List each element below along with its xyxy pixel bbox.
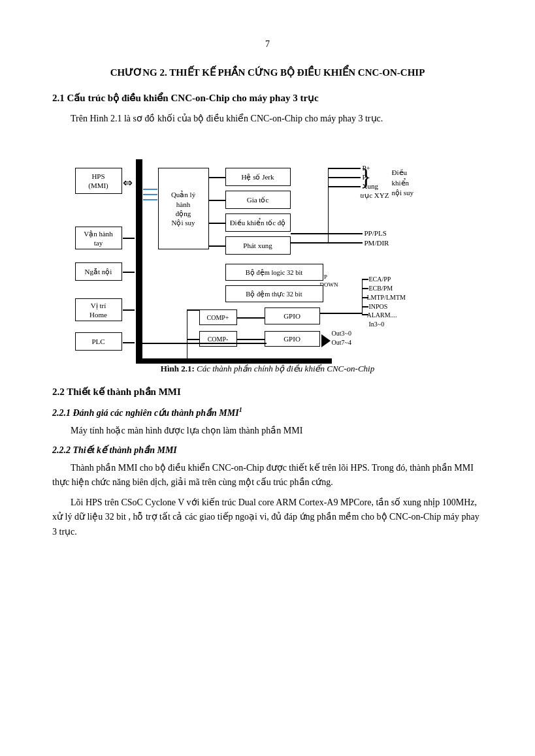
- inpos-label: INPOS: [369, 303, 388, 310]
- figure-2-1: HPS(MMI) ⇔ Vận hànhtay Ngắt nội Vị tríHo…: [52, 136, 483, 374]
- subsection-2-2-1-para: Máy tính hoặc màn hình được lựa chọn làm…: [52, 424, 483, 438]
- subsection-2-2-1-label: 2.2.1 Đánh giá các nghiên cứu thành phần…: [52, 408, 239, 418]
- figure-caption-text: Các thành phần chính bộ điều khiển CNC-o…: [195, 364, 374, 373]
- subsection-2-2-1-title: 2.2.1 Đánh giá các nghiên cứu thành phần…: [52, 406, 483, 418]
- page-number: 7: [52, 39, 483, 50]
- bo-dem-logic-box: Bộ đệm logic 32 bit: [225, 264, 323, 281]
- gia-toc-box: Gia tốc: [225, 191, 291, 209]
- main-vertical-bar: [136, 159, 142, 362]
- pm-dir-label: PM/DIR: [365, 239, 389, 247]
- arrow-pm-dir: [291, 242, 363, 244]
- plc-arrow: [123, 342, 135, 343]
- quan-ly-box: Quản lýhànhđộngNội suy: [158, 168, 209, 249]
- pp-pls-label: PP/PLS: [365, 229, 387, 237]
- subsection-2-2-2-title: 2.2.2 Thiết kế thành phần MMI: [52, 445, 483, 456]
- section-2-2-title: 2.2 Thiết kế thành phần MMI: [52, 385, 483, 400]
- line-to-gia-toc: [209, 200, 225, 201]
- xung-label: Xung: [363, 182, 378, 190]
- phat-xung-box: Phát xung: [225, 236, 291, 255]
- horiz-p-minus: [328, 177, 361, 178]
- eca-pp-label: ECA/PP: [369, 276, 391, 283]
- vi-tri-box: Vị tríHome: [75, 298, 122, 321]
- chapter-title: CHƯƠNG 2. THIẾT KẾ PHẦN CỨNG BỘ ĐIỀU KHI…: [52, 65, 483, 80]
- bo-dem-thuc-box: Bộ đệm thực 32 bit: [225, 285, 323, 302]
- lmtp-lmtm-label: LMTP/LMTM: [367, 294, 406, 301]
- hps-arrow: ⇔: [123, 177, 133, 189]
- ngat-noi-arrow: [123, 272, 135, 273]
- horiz-comp-minus-in: [187, 339, 199, 340]
- diagram: HPS(MMI) ⇔ Vận hànhtay Ngắt nội Vị tríHo…: [65, 136, 470, 358]
- para-mmi-1: Thành phần MMI cho bộ điều khiển CNC-on-…: [52, 461, 483, 490]
- bottom-main-arrow: [136, 343, 267, 344]
- alarm-label: ALARM....: [367, 311, 397, 319]
- p-minus-label: P-: [363, 173, 369, 181]
- section-2-1-para: Trên Hình 2.1 là sơ đồ khối của bộ điều …: [52, 112, 483, 126]
- figure-caption-label: Hình 2.1:: [161, 364, 195, 373]
- vert-right-1: [328, 168, 329, 243]
- dieu-khien-noi-suy-label: Điềukhiểnnội suy: [392, 168, 414, 198]
- p-plus-label: P+: [363, 164, 370, 172]
- vi-tri-arrow: [123, 309, 135, 311]
- line-to-dieu-khien: [209, 223, 225, 224]
- van-hanh-box: Vận hànhtay: [75, 227, 122, 249]
- horiz-comp-to-gpio: [237, 317, 265, 319]
- out3-0-label: Out3~0: [332, 330, 351, 337]
- para-mmi-2: Lõi HPS trên CSoC Cyclone V với kiến trú…: [52, 496, 483, 539]
- comp-minus-box: COMP-: [199, 331, 237, 347]
- vert-gpio-right: [362, 279, 363, 314]
- arrow-h-1: [143, 189, 157, 190]
- gpio-arrow: [321, 334, 331, 347]
- subsection-2-2-1-sup: 1: [239, 406, 242, 413]
- vert-comp-left: [187, 309, 188, 358]
- truc-xyz-label: trục XYZ: [361, 191, 389, 200]
- arrow-h-2: [143, 194, 157, 195]
- ecb-pm-label: ECB/PM: [369, 285, 393, 292]
- section-2-1-title: 2.1 Cấu trúc bộ điều khiển CNC-on-Chip c…: [52, 91, 483, 106]
- comp-plus-box: COMP+: [199, 309, 237, 325]
- arrow-pp-pls: [291, 233, 363, 234]
- ngat-noi-box: Ngắt nội: [75, 262, 122, 281]
- horiz-eca-pp: [362, 279, 368, 280]
- page: 7 CHƯƠNG 2. THIẾT KẾ PHẦN CỨNG BỘ ĐIỀU K…: [0, 13, 535, 756]
- line-to-jerk: [209, 177, 225, 178]
- bottom-thick-bar: [136, 358, 332, 364]
- plc-box: PLC: [75, 332, 122, 351]
- figure-caption: Hình 2.1: Các thành phần chính bộ điều k…: [161, 364, 374, 374]
- horiz-inpos: [362, 306, 368, 307]
- hps-box: HPS(MMI): [75, 168, 122, 194]
- dieu-khien-toc-do-box: Điều khiển tốc độ: [225, 213, 291, 232]
- horiz-p-plus: [328, 168, 361, 169]
- horiz-ecb-pm: [362, 288, 368, 289]
- arrow-h-3: [143, 199, 157, 200]
- out7-4-label: Out7~4: [332, 339, 351, 346]
- van-hanh-arrow: [123, 238, 135, 239]
- line-to-phat-xung: [209, 245, 225, 247]
- gpio-top-right-1: [320, 313, 363, 314]
- gpio-top-box: GPIO: [265, 307, 320, 324]
- he-so-jerk-box: Hệ số Jerk: [225, 168, 291, 186]
- in3-0-label: In3~0: [369, 321, 385, 328]
- gpio-bottom-box: GPIO: [265, 331, 320, 347]
- horiz-xung: [328, 186, 361, 187]
- horiz-comp-minus-to-gpio: [237, 339, 265, 340]
- horiz-comp-plus-in: [187, 309, 199, 311]
